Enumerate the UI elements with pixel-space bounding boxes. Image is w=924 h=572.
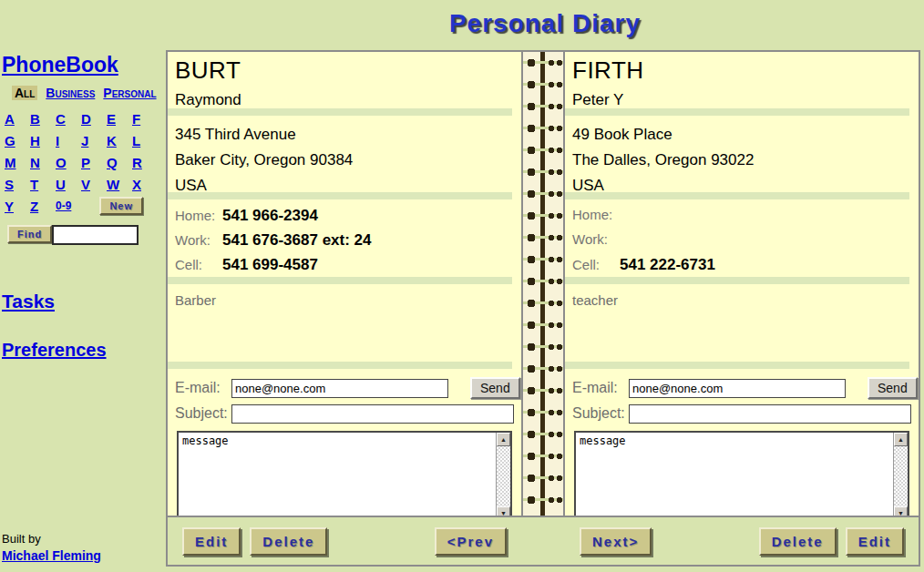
phonebook-link[interactable]: PhoneBook [2, 53, 118, 77]
new-button[interactable]: New [99, 197, 143, 215]
letter-link-0-9[interactable]: 0-9 [56, 199, 81, 212]
author-link[interactable]: Michael Fleming [2, 548, 101, 563]
letter-link-r[interactable]: R [132, 155, 158, 170]
letter-link-q[interactable]: Q [107, 155, 132, 170]
subject-input[interactable] [231, 404, 514, 424]
letter-link-n[interactable]: N [30, 155, 56, 170]
find-row: Find [7, 225, 166, 245]
letter-link-h[interactable]: H [30, 133, 56, 148]
phone-label: Home: [572, 207, 620, 222]
message-scrollbar[interactable]: ▲ ▼ [496, 433, 510, 516]
subject-input[interactable] [629, 404, 911, 424]
edit-right-button[interactable]: Edit [846, 527, 904, 556]
phone-row: Home: [572, 207, 919, 231]
scroll-down-icon[interactable]: ▼ [497, 506, 510, 516]
scroll-up-icon[interactable]: ▲ [894, 433, 908, 446]
letter-link-v[interactable]: V [81, 177, 107, 192]
letter-link-e[interactable]: E [107, 111, 132, 127]
filter-personal[interactable]: Personal [103, 86, 156, 100]
subject-label: Subject: [572, 405, 629, 422]
letter-link-b[interactable]: B [30, 111, 56, 127]
message-input[interactable]: message [576, 433, 893, 516]
delete-right-button[interactable]: Delete [759, 527, 837, 556]
bottom-toolbar: Edit Delete <Prev Next> Delete Edit [168, 516, 919, 565]
subject-row: Subject: [175, 401, 521, 426]
filter-all[interactable]: All [12, 86, 37, 100]
find-input[interactable] [52, 225, 139, 245]
letter-link-p[interactable]: P [81, 155, 107, 170]
letter-link-x[interactable]: X [132, 177, 158, 192]
next-button[interactable]: Next> [580, 527, 652, 556]
phone-value: 541 699-4587 [222, 256, 318, 274]
personal-diary-app: PhoneBook All Business Personal A B C D … [0, 0, 924, 572]
letter-link-l[interactable]: L [132, 133, 158, 148]
email-row: E-mail: Send [572, 375, 919, 401]
letter-link-u[interactable]: U [56, 177, 81, 192]
email-label: E-mail: [175, 380, 231, 396]
category-text: teacher [572, 292, 618, 308]
letter-link-k[interactable]: K [107, 133, 132, 148]
letter-link-o[interactable]: O [56, 155, 81, 170]
letter-link-f[interactable]: F [132, 111, 158, 127]
prev-button[interactable]: <Prev [435, 527, 507, 556]
letter-link-d[interactable]: D [81, 111, 107, 127]
email-input[interactable] [629, 379, 846, 398]
phone-row: Work: 541 676-3687 ext: 24 [175, 231, 521, 256]
letter-link-z[interactable]: Z [30, 199, 56, 214]
tasks-link[interactable]: Tasks [2, 291, 55, 312]
sidebar: PhoneBook All Business Personal A B C D … [0, 0, 166, 572]
phone-label: Home: [175, 208, 222, 223]
category-section: Barber [168, 284, 521, 362]
delete-left-button[interactable]: Delete [250, 527, 327, 556]
letter-link-y[interactable]: Y [5, 199, 30, 214]
letter-link-w[interactable]: W [107, 177, 132, 192]
address-line: 49 Book Place [572, 122, 919, 148]
category-section: teacher [565, 284, 919, 362]
credits: Built by Michael Fleming [2, 531, 101, 565]
section-divider [168, 277, 512, 284]
send-button[interactable]: Send [470, 377, 520, 399]
phone-label: Work: [572, 231, 620, 247]
letter-link-g[interactable]: G [5, 133, 30, 148]
phone-label: Cell: [175, 257, 222, 272]
letter-index: A B C D E F G H I J K L M N O P Q R S T … [5, 107, 166, 217]
scroll-up-icon[interactable]: ▲ [497, 433, 510, 446]
phones-section: Home: 541 966-2394 Work: 541 676-3687 ex… [168, 199, 521, 277]
address-section: 49 Book Place The Dalles, Oregon 93022 U… [565, 116, 919, 192]
section-divider [168, 108, 512, 116]
email-section: E-mail: Send Subject: message ▲ [565, 369, 919, 516]
message-scrollbar[interactable]: ▲ ▼ [893, 433, 908, 516]
letter-link-t[interactable]: T [30, 177, 56, 192]
phone-value: 541 222-6731 [620, 256, 715, 274]
letter-link-m[interactable]: M [5, 155, 30, 170]
letter-link-j[interactable]: J [81, 133, 107, 148]
send-button[interactable]: Send [868, 377, 918, 399]
message-input[interactable]: message [179, 433, 496, 516]
section-divider [565, 362, 909, 369]
name-section: BURT Raymond [168, 52, 521, 108]
last-name: BURT [175, 56, 521, 85]
letter-link-a[interactable]: A [5, 111, 30, 127]
filter-business[interactable]: Business [46, 86, 95, 100]
scroll-down-icon[interactable]: ▼ [894, 506, 908, 516]
letter-link-i[interactable]: I [56, 133, 81, 148]
message-box: message ▲ ▼ [177, 431, 512, 516]
page-title: Personal Diary [166, 0, 924, 47]
subject-row: Subject: [572, 401, 919, 426]
toolbar-left: Edit Delete <Prev [168, 527, 521, 556]
phone-row: Work: [572, 231, 919, 256]
email-row: E-mail: Send [175, 375, 521, 401]
email-input[interactable] [231, 379, 448, 398]
section-divider [168, 362, 512, 369]
email-section: E-mail: Send Subject: message ▲ [168, 369, 521, 516]
phone-row: Home: 541 966-2394 [175, 207, 521, 231]
contact-page-left: BURT Raymond 345 Third Avenue Baker City… [168, 52, 523, 516]
phone-value: 541 676-3687 ext: 24 [222, 231, 372, 250]
letter-link-s[interactable]: S [5, 177, 30, 192]
pages: BURT Raymond 345 Third Avenue Baker City… [168, 52, 919, 516]
preferences-link[interactable]: Preferences [2, 340, 107, 360]
find-button[interactable]: Find [7, 225, 52, 243]
letter-link-c[interactable]: C [56, 111, 81, 127]
section-divider [565, 277, 909, 284]
edit-left-button[interactable]: Edit [182, 527, 241, 556]
